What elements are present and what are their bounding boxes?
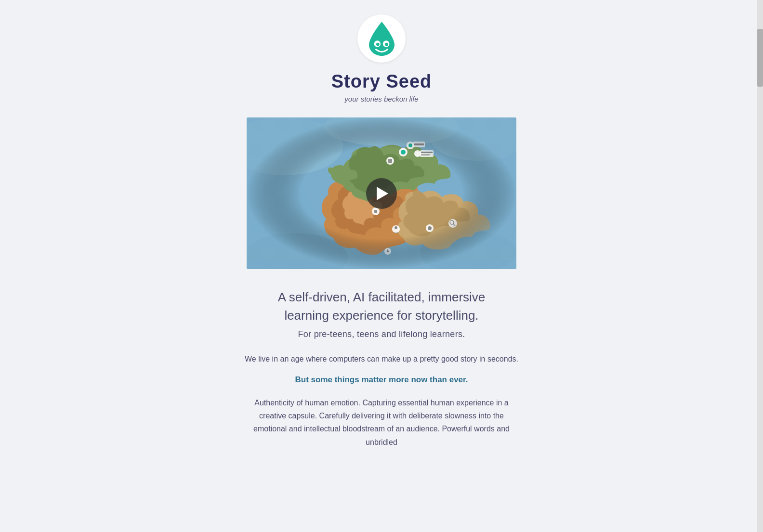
scrollbar-thumb[interactable] [757,29,763,87]
page-container: Story Seed your stories beckon life [150,0,613,473]
scrollbar[interactable] [757,0,763,532]
highlight-link[interactable]: But some things matter more now than eve… [295,375,468,385]
video-container[interactable] [247,117,516,269]
main-subheadline: For pre-teens, teens and lifelong learne… [298,329,465,339]
logo-container [357,14,406,63]
svg-point-3 [385,42,388,46]
app-logo [366,21,397,57]
svg-point-2 [376,42,379,46]
app-title: Story Seed [331,71,432,92]
play-icon [377,187,388,200]
play-button[interactable] [366,178,397,209]
main-headline: A self-driven, AI facilitated, immersive… [278,288,486,324]
app-subtitle: your stories beckon life [344,95,418,103]
body-text-1: We live in an age where computers can ma… [245,353,518,365]
body-text-2: Authenticity of human emotion. Capturing… [242,396,521,449]
